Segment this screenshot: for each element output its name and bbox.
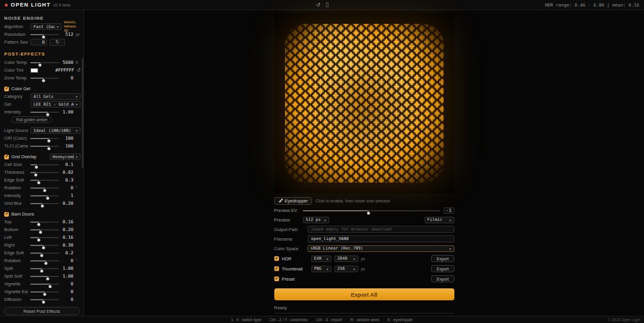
hdr-format-select[interactable]: EXR▾	[311, 256, 332, 262]
copyright: © 2024 Open Light	[608, 318, 640, 322]
slider-knob[interactable]	[48, 147, 51, 150]
hotkey-hint: Ctrl - Z / Y : undo/redo	[270, 318, 308, 322]
thumbnail-export-button[interactable]: Export	[431, 265, 454, 272]
gel-select[interactable]: LEE 021 - Gold Amber ▾	[30, 101, 80, 107]
hdr-size-select[interactable]: 2048▾	[335, 256, 358, 262]
export-all-button[interactable]: Export All	[274, 288, 454, 300]
preset-export-button[interactable]: Export	[431, 275, 454, 282]
slider-knob[interactable]	[42, 246, 45, 249]
slider-knob[interactable]	[44, 189, 47, 192]
filename-input[interactable]	[308, 235, 454, 242]
resolution-slider[interactable]	[30, 32, 59, 37]
slider-knob[interactable]	[41, 269, 44, 272]
eyedropper-button[interactable]: Eyedropper	[274, 197, 312, 205]
hdr-checkbox[interactable]	[274, 256, 279, 261]
slider-knob[interactable]	[48, 139, 51, 142]
color-tint-swatch[interactable]	[30, 68, 38, 73]
barn-edge-soft-slider[interactable]	[30, 250, 59, 256]
barn-top-row: Top 0.16	[0, 218, 83, 226]
grid-overlay-checkbox[interactable]	[4, 155, 9, 159]
grid-edge-soft-row: Edge Soft 0.3	[0, 176, 83, 184]
slider-knob[interactable]	[42, 35, 45, 38]
slider-knob[interactable]	[42, 300, 45, 303]
gel-intensity-row: Intensity 1.00	[0, 108, 83, 116]
grid-thickness-row: Thickness 0.02	[0, 168, 83, 176]
color-temp-row: Color Temp 5600 K	[0, 59, 83, 66]
filename-row: Filename	[274, 235, 454, 242]
thumbnail-checkbox[interactable]	[274, 266, 279, 271]
grid-blur-slider[interactable]	[30, 201, 59, 206]
slider-knob[interactable]	[41, 204, 44, 207]
light-source-select[interactable]: Ideal (100/100) ▾	[30, 127, 80, 134]
color-gel-checkbox[interactable]	[4, 87, 9, 91]
tonemap-select[interactable]: Filmic ▾	[425, 217, 454, 223]
barn-bottom-slider[interactable]	[30, 227, 59, 232]
slider-knob[interactable]	[38, 223, 41, 226]
randomize-seed-icon[interactable]: ↻	[49, 39, 65, 46]
barn-right-slider[interactable]	[30, 242, 59, 248]
gel-select-row: Gel LEE 021 - Gold Amber ▾	[0, 100, 83, 108]
reset-post-effects-button[interactable]: Reset Post Effects	[4, 307, 80, 315]
cell-size-slider[interactable]	[30, 162, 59, 167]
barn-top-slider[interactable]	[30, 219, 59, 224]
barn-rotation-slider[interactable]	[30, 258, 59, 263]
zone-temp-slider[interactable]	[30, 75, 59, 81]
algorithm-select[interactable]: Fast (Gaussian) ▾	[30, 23, 61, 30]
slider-knob[interactable]	[48, 285, 51, 288]
barn-doors-checkbox[interactable]	[4, 212, 9, 217]
thickness-slider[interactable]	[30, 170, 59, 175]
color-space-select[interactable]: sRGB Linear (Rec.709) ▾	[308, 245, 454, 252]
edge-soft-slider[interactable]	[30, 177, 59, 183]
reset-tint-icon[interactable]: ↺	[76, 68, 80, 73]
slider-knob[interactable]	[38, 181, 41, 184]
slider-knob[interactable]	[39, 230, 42, 233]
diffusion-slider[interactable]	[30, 297, 59, 302]
preview-canvas[interactable]	[274, 13, 454, 193]
color-gel-toggle-row: Color Gel	[0, 85, 83, 93]
undo-icon[interactable]: ↺	[316, 2, 321, 8]
hotkey-hint: R : random seed	[351, 318, 379, 322]
vignette-slider[interactable]	[30, 281, 59, 287]
slider-knob[interactable]	[38, 238, 41, 241]
preset-checkbox[interactable]	[274, 276, 279, 281]
zone-temp-row: Zone Temp 0	[0, 74, 83, 82]
slider-knob[interactable]	[34, 173, 37, 176]
rotation-slider[interactable]	[30, 185, 59, 190]
preview-size-select[interactable]: 512 px ▾	[303, 217, 329, 223]
algorithm-label: Algorithm	[4, 24, 28, 29]
preview-options-row: Preview 512 px ▾ Filmic ▾	[274, 216, 454, 223]
tlci-slider[interactable]	[30, 143, 59, 149]
color-temp-slider[interactable]	[30, 60, 59, 65]
slider-knob[interactable]	[46, 277, 49, 280]
grid-type-select[interactable]: Honeycomb ▾	[49, 153, 80, 160]
split-row: Split 1.00	[0, 264, 83, 272]
gel-category-select[interactable]: All Gels ▾	[30, 93, 80, 100]
slider-knob[interactable]	[367, 211, 370, 214]
preview-ev-row: Preview EV -1	[274, 207, 454, 214]
thumbnail-size-select[interactable]: 256▾	[335, 266, 358, 272]
vignette-edge-slider[interactable]	[30, 289, 59, 294]
slider-knob[interactable]	[44, 293, 47, 296]
pattern-seed-input[interactable]	[30, 39, 47, 45]
slider-knob[interactable]	[38, 63, 41, 66]
split-slider[interactable]	[30, 266, 59, 271]
gel-intensity-slider[interactable]	[30, 109, 59, 115]
slider-knob[interactable]	[35, 165, 38, 168]
preview-ev-slider[interactable]	[303, 208, 440, 213]
slider-knob[interactable]	[45, 262, 48, 264]
cri-slider[interactable]	[30, 136, 59, 141]
slider-knob[interactable]	[41, 254, 44, 257]
output-path-input[interactable]	[308, 226, 454, 233]
thumbnail-format-select[interactable]: PNG▾	[311, 266, 332, 272]
roll-gel-button[interactable]: Roll golden amber	[11, 116, 52, 123]
barn-left-slider[interactable]	[30, 235, 59, 240]
hdr-export-button[interactable]: Export	[431, 255, 454, 262]
slider-knob[interactable]	[46, 196, 49, 199]
grid-intensity-slider[interactable]	[30, 193, 59, 198]
slider-knob[interactable]	[46, 113, 49, 116]
chevron-down-icon: ▾	[76, 102, 78, 106]
sidebar-scrollbar[interactable]	[82, 58, 83, 168]
grid-intensity-row: Intensity 1	[0, 192, 83, 199]
slider-knob[interactable]	[42, 79, 45, 82]
split-soft-slider[interactable]	[30, 273, 59, 279]
